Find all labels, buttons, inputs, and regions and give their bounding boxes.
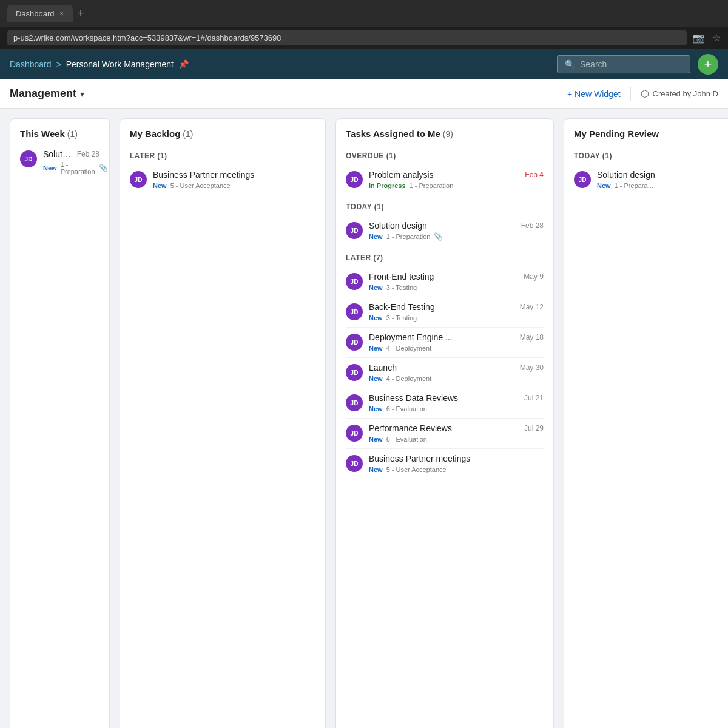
avatar: JD — [346, 455, 363, 472]
browser-tab[interactable]: Dashboard × — [7, 5, 73, 22]
task-meta: In Progress1 - Preparation — [369, 181, 544, 190]
task-meta: New6 - Evaluation — [369, 435, 544, 443]
pin-icon[interactable]: 📌 — [178, 59, 189, 69]
avatar: JD — [346, 222, 363, 239]
task-item[interactable]: JDFront-End testingMay 9New3 - Testing — [346, 267, 544, 297]
avatar: JD — [574, 171, 591, 188]
task-meta: New4 - Deployment — [369, 344, 544, 352]
widget-count-tasks-assigned: (9) — [440, 129, 453, 139]
url-input[interactable] — [7, 30, 687, 46]
task-info: Solution designFeb 28New1 - Preparation📎 — [43, 149, 99, 175]
browser-chrome: Dashboard × + — [0, 0, 728, 27]
breadcrumb-dashboard-link[interactable]: Dashboard — [10, 59, 52, 69]
task-name: Launch — [369, 363, 397, 372]
widget-count-my-backlog: (1) — [180, 129, 193, 139]
attachment-icon: 📎 — [434, 232, 443, 241]
task-name-row: Business Partner meetings — [153, 170, 315, 180]
search-box[interactable]: 🔍 Search — [557, 55, 690, 73]
task-info: Problem analysisFeb 4In Progress1 - Prep… — [369, 170, 544, 190]
task-category: 5 - User Acceptance — [170, 182, 231, 189]
task-date: Jul 21 — [524, 394, 544, 402]
task-item[interactable]: JDBusiness Partner meetingsNew5 - User A… — [346, 449, 544, 479]
task-name-row: Business Partner meetings — [369, 454, 544, 463]
status-badge: New — [369, 283, 383, 292]
task-date: Feb 4 — [525, 170, 544, 179]
avatar: JD — [346, 364, 363, 381]
task-item[interactable]: JDProblem analysisFeb 4In Progress1 - Pr… — [346, 165, 544, 195]
status-badge: New — [369, 374, 383, 383]
task-category: 6 - Evaluation — [386, 405, 427, 413]
task-name: Business Data Reviews — [369, 393, 458, 403]
task-name-row: Solution design — [597, 170, 728, 180]
widget-header-this-week: This Week (1) — [10, 119, 109, 144]
task-item[interactable]: JDLaunchMay 30New4 - Deployment — [346, 358, 544, 388]
widget-header-tasks-assigned: Tasks Assigned to Me (9) — [336, 119, 553, 144]
task-name: Deployment Engine ... — [369, 332, 453, 342]
dashboard-title-area: Management ▾ — [10, 87, 84, 100]
avatar: JD — [20, 150, 37, 167]
task-item[interactable]: JDSolution designFeb 28New1 - Preparatio… — [20, 144, 99, 180]
task-info: LaunchMay 30New4 - Deployment — [369, 363, 544, 383]
status-badge: New — [369, 465, 383, 474]
status-badge: In Progress — [369, 181, 406, 190]
avatar: JD — [130, 171, 147, 188]
bookmark-icon[interactable]: ☆ — [712, 32, 721, 44]
section-header-tasks-assigned-0: OVERDUE (1) — [346, 144, 544, 165]
task-name: Solution design — [369, 221, 427, 231]
header-right: 🔍 Search + — [557, 54, 718, 75]
task-item[interactable]: JDBack-End TestingMay 12New3 - Testing — [346, 297, 544, 328]
task-name-row: LaunchMay 30 — [369, 363, 544, 372]
widget-card-this-week: This Week (1)JDSolution designFeb 28New1… — [10, 118, 110, 728]
task-date: Feb 28 — [521, 221, 544, 230]
task-item[interactable]: JDBusiness Partner meetingsNew5 - User A… — [130, 165, 315, 195]
dropdown-arrow-icon[interactable]: ▾ — [80, 89, 84, 99]
task-meta: New5 - User Acceptance — [153, 181, 315, 190]
task-item[interactable]: JDBusiness Data ReviewsJul 21New6 - Eval… — [346, 388, 544, 419]
task-info: Front-End testingMay 9New3 - Testing — [369, 272, 544, 292]
widget-body-this-week: JDSolution designFeb 28New1 - Preparatio… — [10, 144, 109, 728]
task-name: Problem analysis — [369, 170, 434, 180]
task-category: 4 - Deployment — [386, 375, 432, 382]
task-item[interactable]: JDSolution designFeb 28New1 - Preparatio… — [346, 216, 544, 246]
status-badge: New — [369, 314, 383, 322]
add-button[interactable]: + — [698, 54, 718, 75]
status-badge: New — [369, 232, 383, 241]
new-tab-button[interactable]: + — [78, 7, 84, 20]
task-item[interactable]: JDDeployment Engine ...May 18New4 - Depl… — [346, 328, 544, 358]
task-info: Business Partner meetingsNew5 - User Acc… — [369, 454, 544, 474]
task-item[interactable]: JDPerformance ReviewsJul 29New6 - Evalua… — [346, 419, 544, 449]
task-meta: New6 - Evaluation — [369, 405, 544, 413]
task-meta: New4 - Deployment — [369, 374, 544, 383]
task-date: Jul 29 — [524, 424, 544, 433]
widget-title-tasks-assigned: Tasks Assigned to Me — [346, 129, 440, 139]
task-info: Solution designNew1 - Prepara... — [597, 170, 728, 190]
avatar: JD — [346, 425, 363, 442]
task-category: 1 - Preparation — [386, 233, 431, 240]
task-category: 5 - User Acceptance — [386, 466, 447, 473]
cast-icon[interactable]: 📷 — [693, 32, 705, 44]
task-name: Business Partner meetings — [369, 454, 470, 463]
status-badge: New — [43, 164, 57, 172]
tab-close-button[interactable]: × — [59, 8, 64, 18]
task-name-row: Problem analysisFeb 4 — [369, 170, 544, 180]
dashboard-content: This Week (1)JDSolution designFeb 28New1… — [0, 109, 728, 728]
status-badge: New — [597, 181, 611, 190]
new-widget-button[interactable]: + New Widget — [567, 89, 621, 99]
breadcrumb-separator: > — [56, 59, 61, 69]
breadcrumb-current-page: Personal Work Management — [66, 59, 174, 69]
widget-body-tasks-assigned: OVERDUE (1)JDProblem analysisFeb 4In Pro… — [336, 144, 553, 728]
task-name-row: Deployment Engine ...May 18 — [369, 332, 544, 342]
task-name-row: Performance ReviewsJul 29 — [369, 423, 544, 433]
avatar: JD — [346, 303, 363, 320]
task-meta: New3 - Testing — [369, 314, 544, 322]
widget-title-my-pending-review: My Pending Review — [574, 129, 659, 139]
task-item[interactable]: JDSolution designNew1 - Prepara... — [574, 165, 728, 195]
section-header-my-backlog-0: LATER (1) — [130, 144, 315, 165]
status-badge: New — [369, 344, 383, 352]
task-info: Back-End TestingMay 12New3 - Testing — [369, 302, 544, 322]
widget-card-my-pending-review: My Pending Review TODAY (1)JDSolution de… — [564, 118, 728, 728]
toolbar-divider — [630, 87, 631, 101]
task-date: May 30 — [520, 363, 544, 372]
section-header-tasks-assigned-1: TODAY (1) — [346, 195, 544, 216]
task-meta: New5 - User Acceptance — [369, 465, 544, 474]
